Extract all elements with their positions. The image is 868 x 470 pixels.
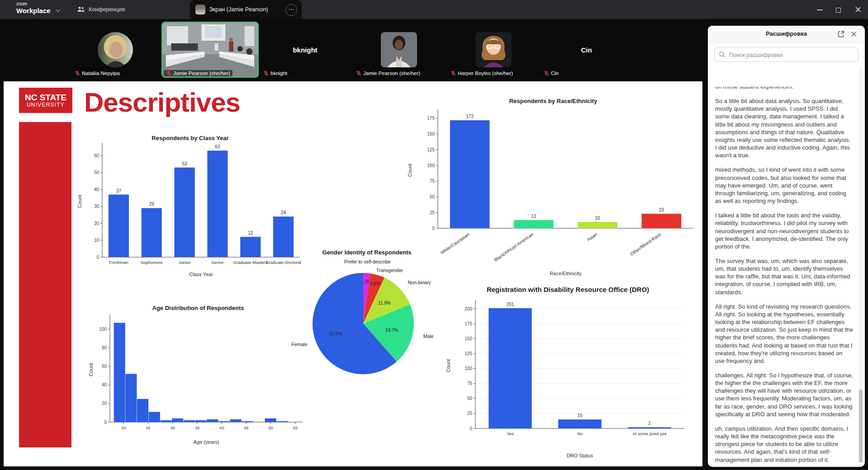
close-icon[interactable] [850,30,858,38]
search-icon [719,51,726,58]
svg-text:172: 172 [466,114,474,119]
transcript-paragraph: So a little bit about data analysis. So … [715,97,853,159]
transcript-paragraph: on those student experiences. [715,87,853,90]
svg-text:53: 53 [182,161,188,166]
svg-text:Race/Ethnicity: Race/Ethnicity [550,271,582,276]
participant-name: Cin [551,70,559,76]
svg-text:Black/African American: Black/African American [493,232,534,263]
participant-name: bknight [270,70,287,76]
svg-text:Count: Count [446,359,451,372]
svg-text:13: 13 [531,214,536,219]
titlebar: zoom Workplace Конференция Экран (Jamie … [0,0,868,19]
transcript-search [714,47,859,62]
participant-label: Jamie Pearson (she/her) [164,70,232,76]
svg-text:11.9%: 11.9% [378,301,391,306]
transcript-paragraph: uh, campus utilization. And then specifi… [715,425,853,463]
participant-tile-jamie-video[interactable]: Jamie Pearson (she/her) [161,22,259,78]
tab-more-button[interactable]: ⋯ [285,4,297,16]
svg-text:37: 37 [116,188,122,193]
mic-muted-icon [356,70,361,76]
participant-tile-nataliia[interactable]: Nataliia Nepyipa [70,22,161,78]
svg-text:10: 10 [94,238,100,243]
participant-tile-jamie-avatar[interactable]: Jamie Pearson (she/her) [351,22,446,78]
transcript-scroll-area[interactable]: on those student experiences. So a littl… [715,87,853,463]
svg-text:35: 35 [195,425,200,430]
svg-text:Respondents by Race/Ethnicity: Respondents by Race/Ethnicity [509,98,598,104]
svg-text:10: 10 [595,216,601,221]
svg-text:15: 15 [577,413,583,418]
svg-text:30: 30 [94,204,100,209]
close-icon[interactable] [854,6,862,13]
svg-text:30: 30 [170,425,175,430]
age-distribution-histogram: Age Distribution of Respondents020406080… [87,302,309,446]
svg-text:25: 25 [467,411,473,416]
tab-screen-label: Экран (Jamie Pearson) [209,6,268,13]
shared-screen-slide: NC STATE UNIVERSITY Descriptives Respond… [4,81,702,466]
participant-name: Nataliia Nepyipa [82,70,120,76]
participant-name: Jamie Pearson (she/her) [363,70,420,76]
participant-tile-bknight[interactable]: bknight bknight [259,22,351,78]
slide-red-sidebar [19,122,71,447]
svg-text:Sophomore: Sophomore [141,260,163,265]
svg-text:50: 50 [430,194,435,199]
participant-display-name: Cin [581,46,592,54]
mic-muted-icon [75,70,80,76]
participant-display-name: bknight [293,46,317,54]
logo-line2: UNIVERSITY [19,102,72,108]
svg-text:DRO Status: DRO Status [567,453,593,458]
mic-muted-icon [263,70,269,76]
svg-text:20: 20 [121,425,126,430]
tab-meeting[interactable]: Конференция [77,0,125,19]
svg-text:100: 100 [427,163,435,168]
mic-muted-icon [451,70,456,76]
restore-icon[interactable] [835,6,843,13]
svg-text:Registration with Disability R: Registration with Disability Resource Of… [487,286,649,293]
svg-text:Senior: Senior [211,260,223,265]
svg-text:At some point yes: At some point yes [632,431,667,436]
tab-meeting-label: Конференция [89,6,125,13]
svg-text:45: 45 [244,425,249,430]
svg-text:200: 200 [465,306,472,311]
participant-label: Cin [541,70,561,76]
svg-text:4.6%: 4.6% [370,281,380,286]
svg-text:201: 201 [507,302,514,307]
svg-text:20: 20 [94,221,100,226]
svg-text:60: 60 [94,153,100,158]
scrollbar-thumb[interactable] [859,390,863,463]
participant-name: Harper Boyles (she/her) [458,70,513,76]
svg-text:50: 50 [94,170,100,175]
svg-text:19.7%: 19.7% [385,328,398,333]
svg-text:2: 2 [648,421,651,426]
svg-text:Class Year: Class Year [189,272,213,277]
svg-text:Non-binary: Non-binary [408,280,431,285]
zoom-workplace-window: zoom Workplace Конференция Экран (Jamie … [0,0,868,470]
svg-text:0: 0 [96,255,99,260]
transcript-paragraph: challenges. All right. So I hypothesize … [715,371,853,418]
svg-text:29: 29 [149,202,155,207]
tab-screen-share[interactable]: Экран (Jamie Pearson) ⋯ [190,0,302,19]
minimize-icon[interactable] [816,6,824,13]
participant-tile-harper[interactable]: Harper Boyles (she/her) [446,22,541,78]
transcript-paragraph: All right. So kind of revisiting my rese… [715,303,853,365]
classroom-video [162,23,258,77]
window-controls [816,0,864,19]
zoom-workplace-logo: zoom Workplace [16,2,51,14]
chevron-down-icon[interactable] [56,7,61,12]
svg-text:25: 25 [430,210,435,215]
active-speaker-border [161,22,259,78]
logo-line1: NC STATE [19,93,72,102]
slide-title: Descriptives [84,87,240,118]
svg-text:0: 0 [104,420,107,425]
svg-text:175: 175 [465,321,472,326]
popout-icon[interactable] [837,30,845,38]
svg-text:Asian: Asian [586,232,598,242]
svg-text:125: 125 [427,147,435,152]
svg-text:100: 100 [99,327,107,332]
svg-text:Gender Identity of Respondents: Gender Identity of Respondents [322,249,411,256]
transcript-header: Расшифровка [708,26,865,43]
svg-text:40: 40 [94,187,100,192]
svg-text:Junior: Junior [179,260,190,265]
svg-text:100: 100 [465,366,472,371]
transcript-search-input[interactable] [728,48,856,62]
participant-tile-cin[interactable]: Cin Cin [539,22,634,78]
